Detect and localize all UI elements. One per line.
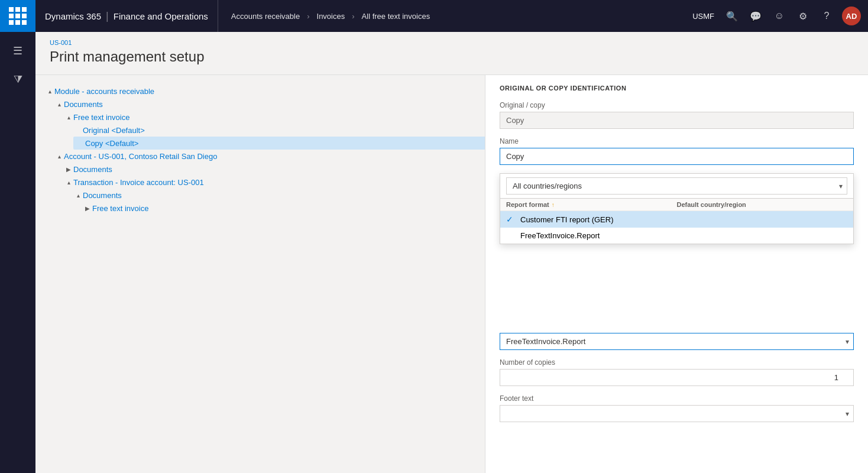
top-navigation: Dynamics 365 | Finance and Operations Ac… (0, 0, 868, 32)
report-format-col-header[interactable]: Report format ↑ (506, 201, 677, 208)
page-header: US-001 Print management setup (35, 32, 868, 75)
nav-right: USMF 🔍 💬 ☺ ⚙ ? AD (688, 5, 868, 27)
avatar[interactable]: AD (842, 7, 861, 25)
tree-toggle-account: ▴ (54, 151, 64, 161)
tree-toggle-copy (76, 138, 85, 148)
dropdown-columns: Report format ↑ Default country/region (500, 199, 853, 211)
default-country-col-label: Default country/region (677, 201, 746, 208)
check-icon: ✓ (506, 215, 520, 224)
report-format-select-wrapper: FreeTextInvoice.Report Customer FTI repo… (500, 333, 854, 350)
filter-icon[interactable]: ⧩ (6, 67, 30, 91)
apps-grid-icon (9, 7, 27, 25)
section-title: ORIGINAL OR COPY IDENTIFICATION (500, 85, 854, 92)
page-breadcrumb: US-001 (50, 39, 854, 46)
countries-select[interactable]: All countries/regions (506, 177, 847, 195)
tree-item-copy[interactable]: Copy <Default> (73, 137, 485, 150)
footer-text-field: Footer text ▾ (500, 394, 854, 422)
settings-button[interactable]: ⚙ (792, 5, 814, 27)
tree-label-copy: Copy <Default> (85, 139, 138, 148)
tree-item-fti2[interactable]: ▶ Free text invoice (83, 202, 475, 215)
name-input-wrapper (500, 148, 854, 165)
dropdown-item-ger[interactable]: ✓ Customer FTI report (GER) (500, 211, 853, 228)
report-format-col-label: Report format (506, 201, 549, 208)
dropdown-item-ger-label: Customer FTI report (GER) (520, 215, 684, 224)
tree-item-fti[interactable]: ▴ Free text invoice (64, 111, 475, 124)
report-format-dropdown-list: All countries/regions ▾ Report format ↑ (500, 173, 854, 244)
number-of-copies-field: Number of copies (500, 358, 854, 386)
tree-label-transaction: Transaction - Invoice account: US-001 (73, 178, 204, 187)
main-layout: ☰ ⧩ US-001 Print management setup ▴ Modu… (0, 32, 868, 473)
tree-label-documents2: Documents (73, 165, 112, 174)
apps-button[interactable] (0, 0, 35, 32)
report-format-field: FreeTextInvoice.Report Customer FTI repo… (500, 333, 854, 350)
content-area: US-001 Print management setup ▴ Module -… (35, 32, 868, 473)
breadcrumb-chevron2: › (352, 12, 354, 21)
module-label: Finance and Operations (114, 11, 208, 21)
dropdown-list-body: ✓ Customer FTI report (GER) FreeTextInvo… (500, 211, 853, 244)
tree-item-documents1[interactable]: ▴ Documents (54, 98, 475, 111)
tree-toggle-transaction: ▴ (64, 177, 73, 187)
original-copy-value: Copy (500, 112, 854, 129)
tree-label-documents3: Documents (83, 191, 122, 200)
tree-toggle-documents3: ▴ (73, 190, 83, 200)
footer-text-select[interactable] (500, 405, 854, 422)
dynamics365-label: Dynamics 365 (45, 11, 101, 21)
dropdown-item-fti[interactable]: FreeTextInvoice.Report (500, 228, 853, 244)
name-input[interactable] (500, 148, 854, 165)
dropdown-list-header: All countries/regions ▾ (500, 174, 853, 199)
tree-item-original[interactable]: Original <Default> (73, 124, 475, 137)
tree-label-documents1: Documents (64, 100, 103, 109)
default-country-col-header: Default country/region (677, 201, 848, 208)
right-panel: ORIGINAL OR COPY IDENTIFICATION Original… (485, 75, 868, 473)
sort-arrow-icon: ↑ (552, 202, 555, 208)
tree-toggle-documents1: ▴ (54, 99, 64, 109)
footer-text-label: Footer text (500, 394, 854, 403)
report-format-select[interactable]: FreeTextInvoice.Report Customer FTI repo… (500, 333, 854, 350)
dropdown-overlay-container: All countries/regions ▾ Report format ↑ (500, 173, 854, 333)
tree-panel: ▴ Module - accounts receivable ▴ Documen… (35, 75, 485, 473)
tree-toggle-module: ▴ (45, 86, 54, 96)
tree-label-fti: Free text invoice (73, 113, 129, 122)
help-button[interactable]: ? (816, 5, 837, 27)
breadcrumb-chevron1: › (307, 12, 309, 21)
search-button[interactable]: 🔍 (721, 5, 743, 27)
dropdown-item-fti-label: FreeTextInvoice.Report (520, 231, 684, 240)
number-of-copies-label: Number of copies (500, 358, 854, 367)
name-label: Name (500, 137, 854, 145)
face-button[interactable]: ☺ (769, 5, 790, 27)
tree-label-account: Account - US-001, Contoso Retail San Die… (64, 152, 217, 161)
tree-item-documents2[interactable]: ▶ Documents (64, 163, 475, 176)
tree-label-fti2: Free text invoice (92, 204, 148, 213)
chat-button[interactable]: 💬 (745, 5, 766, 27)
footer-text-wrapper: ▾ (500, 405, 854, 422)
tree-label-module: Module - accounts receivable (54, 87, 154, 96)
tree-toggle-fti2: ▶ (83, 203, 92, 213)
original-copy-label: Original / copy (500, 101, 854, 109)
tree-toggle-original (73, 125, 83, 135)
tree-item-account[interactable]: ▴ Account - US-001, Contoso Retail San D… (54, 150, 475, 163)
hamburger-icon[interactable]: ☰ (6, 39, 30, 63)
nav-brand: Dynamics 365 | Finance and Operations (35, 0, 218, 32)
breadcrumb-part2[interactable]: Invoices (317, 12, 345, 21)
tree-item-documents3[interactable]: ▴ Documents (73, 189, 475, 202)
tree-toggle-documents2: ▶ (64, 164, 73, 174)
tree-item-module[interactable]: ▴ Module - accounts receivable (45, 85, 475, 98)
breadcrumb-part1[interactable]: Accounts receivable (231, 12, 300, 21)
environment-label: USMF (688, 12, 719, 21)
nav-brand-separator: | (106, 10, 109, 22)
countries-dropdown-wrapper: All countries/regions ▾ (506, 177, 847, 195)
number-of-copies-input[interactable] (500, 369, 854, 386)
sidebar-icons: ☰ ⧩ (0, 32, 35, 473)
breadcrumb-part3[interactable]: All free text invoices (362, 12, 430, 21)
name-field: Name (500, 137, 854, 165)
tree-label-original: Original <Default> (83, 126, 145, 135)
nav-breadcrumb: Accounts receivable › Invoices › All fre… (218, 12, 688, 21)
original-copy-field: Original / copy Copy (500, 101, 854, 129)
tree-toggle-fti: ▴ (64, 112, 73, 122)
tree-item-transaction[interactable]: ▴ Transaction - Invoice account: US-001 (64, 176, 475, 189)
content-split: ▴ Module - accounts receivable ▴ Documen… (35, 75, 868, 473)
page-title: Print management setup (50, 48, 854, 65)
